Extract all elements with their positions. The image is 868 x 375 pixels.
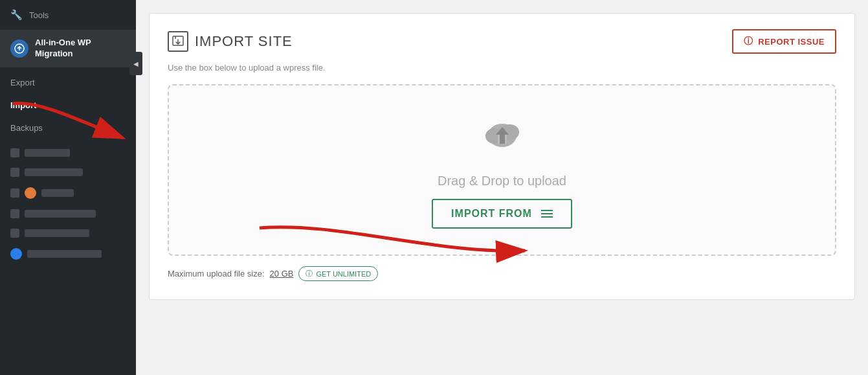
wpcli-icon <box>10 188 19 198</box>
subtitle-text: Use the box below to upload a wpress fil… <box>168 63 836 73</box>
cloud-upload-icon <box>479 118 526 163</box>
sidebar-item-import[interactable]: Import <box>0 94 136 117</box>
sidebar-item-export[interactable]: Export <box>0 71 136 94</box>
sidebar: 🔧 Tools All-in-One WPMigration ◀ Export … <box>0 0 136 375</box>
plugin-icon <box>10 40 28 58</box>
wpcli-label <box>41 189 74 197</box>
info-icon: ⓘ <box>306 269 313 278</box>
file-manager-label <box>27 250 102 258</box>
blue-badge <box>10 248 22 260</box>
content-card: IMPORT SITE ⓘ REPORT ISSUE Use the box b… <box>149 13 855 300</box>
import-from-label: IMPORT FROM <box>451 208 532 220</box>
settings-label <box>25 149 70 157</box>
footer-text: Maximum upload file size: <box>168 269 265 278</box>
sidebar-plugin-section: All-in-One WPMigration <box>0 30 136 67</box>
red-arrow-1 <box>136 94 142 165</box>
sidebar-item-video-tutorials[interactable] <box>0 204 136 223</box>
video-tutorials-label <box>25 210 96 218</box>
tools-label: Tools <box>29 10 49 20</box>
warning-icon: ⓘ <box>744 36 753 47</box>
page-title: IMPORT SITE <box>195 33 293 50</box>
sidebar-item-support-portal[interactable] <box>0 223 136 243</box>
page-title-group: IMPORT SITE <box>168 31 293 52</box>
hamburger-icon <box>541 210 553 218</box>
report-issue-label: REPORT ISSUE <box>758 37 825 47</box>
support-portal-icon <box>10 229 19 238</box>
sidebar-nav: Export Import Backups <box>0 67 136 143</box>
export-label: Export <box>10 78 35 87</box>
video-tutorials-icon <box>10 209 19 218</box>
sidebar-tools-item[interactable]: 🔧 Tools <box>0 0 136 30</box>
custom-fields-label <box>25 168 83 176</box>
wrench-icon: 🔧 <box>10 9 23 21</box>
sidebar-item-custom-fields[interactable] <box>0 163 136 182</box>
get-unlimited-label: GET UNLIMITED <box>316 270 371 278</box>
drag-drop-text: Drag & Drop to upload <box>438 174 566 188</box>
support-portal-label <box>25 229 89 237</box>
custom-fields-icon <box>10 168 19 177</box>
report-issue-button[interactable]: ⓘ REPORT ISSUE <box>732 29 836 54</box>
orange-badge <box>25 187 36 199</box>
settings-icon <box>10 148 19 157</box>
plugin-name: All-in-One WPMigration <box>35 38 91 60</box>
file-size-link[interactable]: 20 GB <box>270 269 294 278</box>
import-label: Import <box>10 100 36 110</box>
get-unlimited-button[interactable]: ⓘ GET UNLIMITED <box>298 266 378 281</box>
drop-zone[interactable]: Drag & Drop to upload IMPORT FROM <box>168 84 836 256</box>
main-content: IMPORT SITE ⓘ REPORT ISSUE Use the box b… <box>136 0 868 375</box>
sidebar-item-backups[interactable]: Backups <box>0 117 136 139</box>
sidebar-item-wpcli[interactable] <box>0 182 136 204</box>
sidebar-collapse-button[interactable]: ◀ <box>129 52 142 75</box>
sidebar-item-settings[interactable] <box>0 143 136 163</box>
card-footer: Maximum upload file size: 20 GB ⓘ GET UN… <box>168 266 836 281</box>
content-header: IMPORT SITE ⓘ REPORT ISSUE <box>168 29 836 54</box>
backups-label: Backups <box>10 123 43 133</box>
sidebar-item-file-manager[interactable] <box>0 243 136 265</box>
import-site-icon <box>168 31 188 52</box>
import-from-button[interactable]: IMPORT FROM <box>432 199 572 229</box>
